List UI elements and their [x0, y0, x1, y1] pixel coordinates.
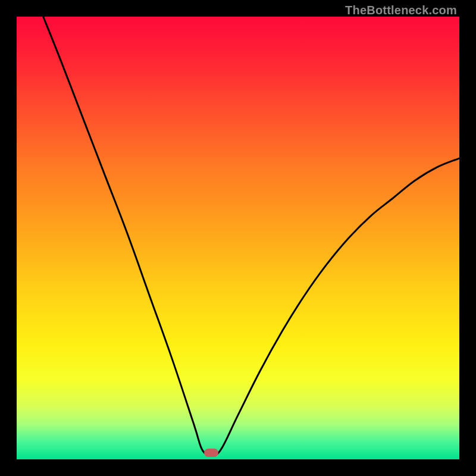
bottleneck-curve [17, 17, 459, 459]
optimum-marker [204, 449, 218, 457]
curve-path [43, 17, 459, 455]
watermark-text: TheBottleneck.com [345, 4, 457, 17]
plot-area [17, 17, 459, 459]
chart-frame: TheBottleneck.com [0, 0, 476, 476]
